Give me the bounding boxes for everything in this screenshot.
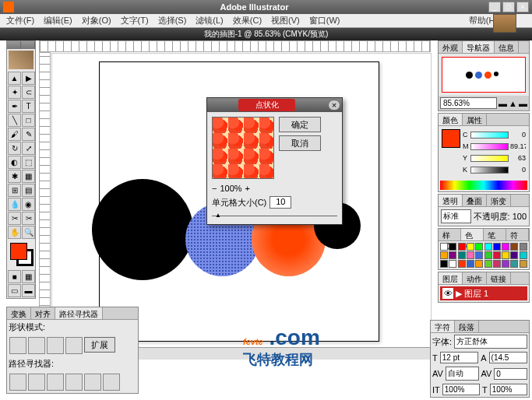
scale-tool[interactable]: ⤢ [22, 142, 35, 155]
eyedropper-tool[interactable]: 💧 [8, 198, 21, 211]
swatch-item[interactable] [458, 243, 466, 251]
hand-tool[interactable]: ✋ [8, 226, 21, 239]
swatch-item[interactable] [510, 260, 518, 268]
magic-wand-tool[interactable]: ✦ [8, 86, 21, 99]
full-screen-button[interactable]: ▬ [22, 284, 35, 297]
outline-button[interactable] [84, 374, 101, 391]
swatch-item[interactable] [484, 243, 492, 251]
tab-character[interactable]: 字符 [431, 321, 455, 332]
swatch-item[interactable] [520, 260, 527, 268]
swatch-item[interactable] [510, 243, 518, 251]
swatch-item[interactable] [467, 260, 474, 268]
document-tab[interactable]: 我的插图-1 @ 85.63% (CMYK/预览) [0, 28, 532, 40]
color-mode-button[interactable]: ■ [8, 270, 21, 283]
tab-attributes[interactable]: 属性 [463, 114, 487, 125]
opacity-value[interactable]: 100 [513, 212, 527, 221]
exclude-button[interactable] [65, 337, 83, 354]
divide-button[interactable] [9, 374, 26, 391]
tab-transparency[interactable]: 透明 [439, 195, 463, 206]
minus-front-button[interactable] [28, 337, 45, 354]
vscale-input[interactable]: 100% [442, 384, 480, 395]
lasso-tool[interactable]: ⊂ [22, 86, 35, 99]
nav-zoom-slider[interactable]: ▲ [509, 99, 517, 108]
tab-align[interactable]: 对齐 [31, 307, 55, 319]
expand-button[interactable]: 扩展 [84, 337, 115, 353]
swatch-item[interactable] [467, 243, 474, 251]
crop-button[interactable] [65, 374, 83, 391]
direct-selection-tool[interactable]: ▶ [22, 72, 35, 85]
menu-view[interactable]: 视图(V) [268, 15, 303, 26]
swatch-item[interactable] [475, 251, 483, 259]
rectangle-tool[interactable]: □ [22, 114, 35, 127]
swatch-item[interactable] [475, 260, 483, 268]
c-slider[interactable] [470, 132, 509, 139]
layer-name[interactable]: 图层 1 [464, 288, 488, 300]
swatch-item[interactable] [440, 260, 448, 268]
menu-filter[interactable]: 滤镜(L) [192, 15, 226, 26]
k-value[interactable]: 0 [510, 166, 526, 174]
minimize-button[interactable]: _ [488, 2, 501, 12]
ribbon-icon[interactable] [493, 14, 516, 33]
blend-mode-select[interactable]: 标准 [441, 209, 471, 223]
tab-layers[interactable]: 图层 [439, 272, 463, 284]
m-slider[interactable] [470, 143, 509, 150]
y-value[interactable]: 63 [510, 154, 526, 162]
ok-button[interactable]: 确定 [279, 117, 321, 132]
color-swatch[interactable] [442, 129, 460, 148]
unite-button[interactable] [9, 337, 26, 354]
tab-paragraph[interactable]: 段落 [455, 321, 479, 332]
type-tool[interactable]: T [22, 100, 35, 113]
trim-button[interactable] [28, 374, 45, 391]
black-circle-large[interactable] [92, 179, 193, 280]
swatch-item[interactable] [484, 260, 492, 268]
font-size-input[interactable]: 12 pt [440, 352, 478, 363]
tab-appearance[interactable]: 外观 [439, 41, 463, 53]
swatch-item[interactable] [493, 243, 501, 251]
swatch-item[interactable] [458, 260, 466, 268]
swatch-item[interactable] [502, 251, 509, 259]
close-button[interactable]: × [516, 2, 529, 12]
rotate-tool[interactable]: ↻ [8, 142, 21, 155]
paintbrush-tool[interactable]: 🖌 [8, 128, 21, 141]
swatch-item[interactable] [502, 260, 509, 268]
tab-swatches[interactable]: 色板 [461, 229, 484, 240]
fill-stroke-control[interactable] [10, 243, 33, 266]
zoom-tool[interactable]: 🔍 [22, 226, 35, 239]
swatch-item[interactable] [520, 243, 527, 251]
y-slider[interactable] [470, 155, 509, 162]
swatch-item[interactable] [458, 251, 466, 259]
scissors-tool[interactable]: ✂ [22, 212, 35, 225]
swatch-item[interactable] [510, 251, 518, 259]
nav-zoom-out-icon[interactable]: ▬ [499, 99, 507, 108]
m-value[interactable]: 89.17 [510, 142, 526, 150]
menu-file[interactable]: 文件(F) [3, 15, 37, 26]
blend-tool[interactable]: ◉ [22, 198, 35, 211]
zoom-in-button[interactable]: + [245, 184, 250, 193]
swatch-item[interactable] [440, 251, 448, 259]
swatch-item[interactable] [493, 260, 501, 268]
mesh-tool[interactable]: ⊞ [8, 184, 21, 197]
font-select[interactable]: 方正舒体 [454, 335, 527, 349]
swatch-item[interactable] [467, 251, 474, 259]
layer-expand-icon[interactable]: ▶ [456, 289, 462, 299]
color-spectrum[interactable] [440, 181, 527, 190]
swatch-item[interactable] [449, 251, 456, 259]
nav-zoom-value[interactable]: 85.63% [440, 97, 497, 109]
menu-window[interactable]: 窗口(W) [306, 15, 344, 26]
pencil-tool[interactable]: ✎ [22, 128, 35, 141]
merge-button[interactable] [47, 374, 64, 391]
menu-type[interactable]: 文字(T) [118, 15, 152, 26]
tab-actions[interactable]: 动作 [463, 272, 487, 284]
toolbox-header[interactable] [7, 41, 35, 49]
symbol-sprayer-tool[interactable]: ✱ [8, 170, 21, 183]
swatch-item[interactable] [449, 243, 456, 251]
tab-gradient[interactable]: 渐变 [487, 195, 511, 206]
tab-navigator[interactable]: 导航器 [463, 41, 495, 53]
menu-select[interactable]: 选择(S) [155, 15, 190, 26]
dialog-close-button[interactable]: × [328, 100, 340, 111]
graph-tool[interactable]: ▦ [22, 170, 35, 183]
slice-tool[interactable]: ✂ [8, 212, 21, 225]
tab-links[interactable]: 链接 [487, 272, 511, 284]
cancel-button[interactable]: 取消 [279, 135, 321, 151]
navigator-view[interactable] [442, 57, 526, 93]
